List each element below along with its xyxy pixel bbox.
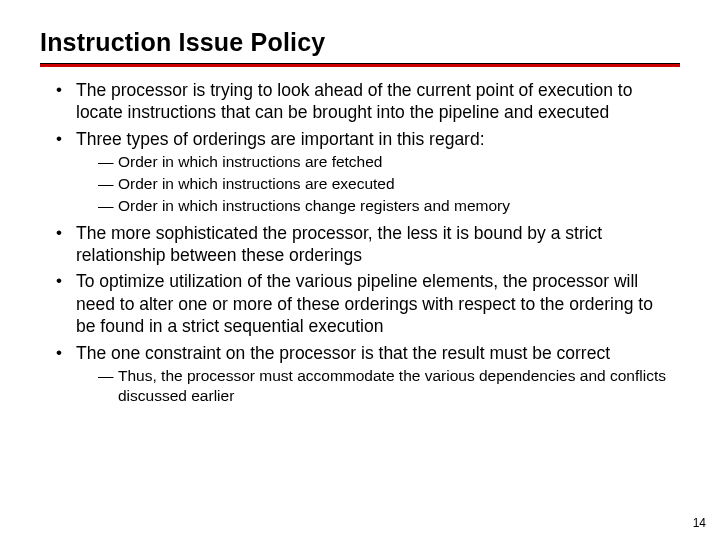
bullet-item: The one constraint on the processor is t… <box>52 342 672 406</box>
sub-bullet-text: Order in which instructions are fetched <box>118 153 382 170</box>
sub-bullet-text: Order in which instructions change regis… <box>118 197 510 214</box>
sub-bullet-item: Thus, the processor must accommodate the… <box>98 366 672 406</box>
bullet-text: Three types of orderings are important i… <box>76 129 485 149</box>
bullet-item: To optimize utilization of the various p… <box>52 270 672 337</box>
bullet-item: The more sophisticated the processor, th… <box>52 222 672 267</box>
sub-bullet-text: Thus, the processor must accommodate the… <box>118 367 666 404</box>
sub-bullet-text: Order in which instructions are executed <box>118 175 395 192</box>
bullet-text: The more sophisticated the processor, th… <box>76 223 602 265</box>
bullet-text: To optimize utilization of the various p… <box>76 271 653 336</box>
bullet-text: The one constraint on the processor is t… <box>76 343 610 363</box>
sub-bullet-item: Order in which instructions change regis… <box>98 196 672 216</box>
bullet-item: The processor is trying to look ahead of… <box>52 79 672 124</box>
bullet-item: Three types of orderings are important i… <box>52 128 672 216</box>
bullet-list: The processor is trying to look ahead of… <box>40 79 680 406</box>
sub-bullet-list: Thus, the processor must accommodate the… <box>76 366 672 406</box>
bullet-text: The processor is trying to look ahead of… <box>76 80 632 122</box>
sub-bullet-list: Order in which instructions are fetched … <box>76 152 672 215</box>
sub-bullet-item: Order in which instructions are executed <box>98 174 672 194</box>
slide: Instruction Issue Policy The processor i… <box>0 0 720 540</box>
slide-title: Instruction Issue Policy <box>40 28 680 57</box>
sub-bullet-item: Order in which instructions are fetched <box>98 152 672 172</box>
page-number: 14 <box>693 516 706 530</box>
title-rule <box>40 63 680 67</box>
